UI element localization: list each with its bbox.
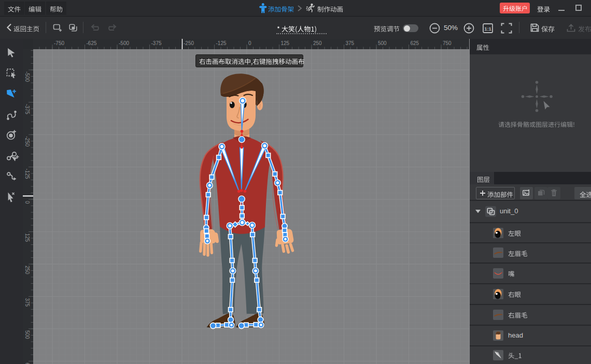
svg-text:-500: -500 bbox=[119, 40, 129, 46]
svg-text:-375: -375 bbox=[24, 104, 30, 114]
svg-text:375: 375 bbox=[346, 40, 355, 46]
svg-text:-500: -500 bbox=[24, 71, 30, 82]
svg-text:750: 750 bbox=[443, 40, 452, 46]
svg-text:-750: -750 bbox=[54, 40, 64, 46]
svg-text:-625: -625 bbox=[87, 40, 97, 46]
svg-text:1:1: 1:1 bbox=[484, 26, 491, 32]
svg-text:625: 625 bbox=[411, 40, 419, 46]
svg-text:500: 500 bbox=[378, 40, 387, 46]
svg-text:-125: -125 bbox=[24, 169, 30, 179]
svg-text:-250: -250 bbox=[184, 40, 194, 46]
svg-text:500: 500 bbox=[24, 330, 30, 339]
svg-text:250: 250 bbox=[313, 40, 322, 46]
svg-text:-375: -375 bbox=[151, 40, 162, 46]
svg-text:250: 250 bbox=[24, 266, 30, 274]
svg-text:0: 0 bbox=[24, 201, 30, 204]
svg-text:0: 0 bbox=[248, 40, 251, 46]
svg-text:-125: -125 bbox=[216, 40, 227, 46]
svg-text:375: 375 bbox=[24, 298, 30, 307]
svg-text:-250: -250 bbox=[24, 136, 30, 147]
svg-text:125: 125 bbox=[24, 234, 30, 242]
svg-text:125: 125 bbox=[281, 40, 290, 46]
